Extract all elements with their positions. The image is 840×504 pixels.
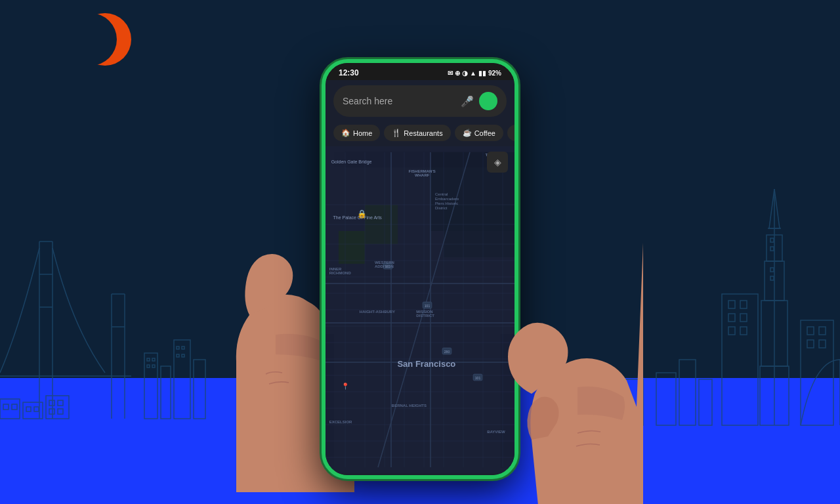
svg-rect-31 — [49, 409, 54, 414]
maps-dot — [479, 92, 497, 110]
svg-rect-17 — [152, 365, 155, 368]
chip-coffee[interactable]: ☕ Coffee — [455, 125, 503, 141]
layer-icon: ◈ — [494, 157, 501, 167]
svg-rect-46 — [740, 301, 747, 308]
svg-rect-28 — [34, 407, 39, 411]
svg-rect-40 — [770, 238, 774, 242]
svg-rect-45 — [728, 301, 735, 308]
svg-rect-51 — [801, 320, 833, 425]
label-san-francisco: San Francisco — [397, 359, 455, 369]
svg-rect-50 — [740, 327, 747, 335]
svg-rect-53 — [819, 327, 826, 335]
label-haight: HAIGHT-ASHBURY — [360, 310, 395, 314]
svg-rect-41 — [770, 247, 774, 251]
svg-rect-56 — [656, 373, 676, 425]
svg-rect-43 — [770, 276, 774, 280]
brightness-icon: ◑ — [462, 70, 468, 77]
email-icon: ✉ — [448, 70, 453, 77]
svg-rect-25 — [3, 404, 9, 410]
svg-rect-24 — [46, 396, 69, 419]
svg-text:101: 101 — [425, 304, 430, 308]
label-golden-gate: Golden Gate Bridge — [331, 159, 372, 164]
phone-scene: 12:30 ✉ ⊕ ◑ ▲ ▮▮ 92% Search here 🎤 — [249, 20, 591, 492]
search-placeholder: Search here — [343, 96, 455, 106]
label-fishermans-wharf: FISHERMAN'SWHARF — [409, 169, 436, 177]
label-embarcadero: CentralEmbarcaderoPiers HistoricDistrict — [435, 192, 459, 211]
chip-home-label: Home — [353, 129, 372, 137]
svg-rect-52 — [807, 327, 814, 335]
svg-rect-58 — [699, 379, 712, 425]
hand-right — [499, 243, 643, 504]
battery-level: 92% — [488, 70, 501, 77]
phone-screen: 12:30 ✉ ⊕ ◑ ▲ ▮▮ 92% Search here 🎤 — [326, 63, 514, 475]
svg-rect-10 — [144, 353, 158, 419]
chip-coffee-label: Coffee — [474, 129, 495, 137]
svg-rect-26 — [12, 404, 17, 410]
label-inner-richmond: INNERRICHMOND — [329, 267, 351, 275]
svg-rect-11 — [161, 366, 171, 419]
map-area[interactable]: 101 101 280 101 🔒 📍 Golden Gate Bridge T… — [326, 146, 514, 473]
svg-rect-30 — [58, 400, 63, 406]
label-excelsior: EXCELSIOR — [329, 420, 352, 424]
moon-shape — [79, 13, 131, 66]
status-bar: 12:30 ✉ ⊕ ◑ ▲ ▮▮ 92% — [326, 63, 514, 80]
svg-rect-32 — [58, 409, 63, 414]
svg-rect-14 — [147, 358, 150, 361]
svg-text:101: 101 — [475, 376, 481, 380]
signal-icon: ▮▮ — [478, 70, 486, 77]
chip-restaurants[interactable]: 🍴 Restaurants — [384, 125, 450, 141]
svg-rect-63 — [339, 231, 365, 264]
svg-rect-21 — [182, 354, 184, 357]
search-bar[interactable]: Search here 🎤 — [333, 85, 507, 117]
svg-rect-47 — [728, 314, 735, 322]
svg-rect-54 — [807, 340, 814, 348]
label-palace: The Palace Of Fine Arts — [333, 215, 382, 220]
svg-rect-57 — [679, 360, 696, 425]
svg-rect-15 — [152, 358, 155, 361]
svg-rect-49 — [728, 327, 735, 335]
svg-rect-27 — [26, 407, 31, 411]
svg-rect-20 — [177, 354, 179, 357]
label-mission: MISSIONDISTRICT — [416, 310, 434, 318]
label-western-addition: WESTERNADDITION — [375, 261, 394, 268]
svg-rect-12 — [174, 340, 190, 419]
chip-bars[interactable]: 🍸 B — [507, 125, 514, 141]
svg-rect-13 — [194, 360, 205, 419]
phone-device: 12:30 ✉ ⊕ ◑ ▲ ▮▮ 92% Search here 🎤 — [322, 59, 518, 479]
svg-rect-16 — [147, 365, 150, 368]
status-time: 12:30 — [339, 68, 359, 77]
svg-rect-42 — [770, 268, 774, 272]
svg-text:280: 280 — [444, 350, 450, 354]
chip-home[interactable]: 🏠 Home — [333, 125, 380, 141]
coffee-icon: ☕ — [463, 129, 472, 137]
svg-rect-29 — [49, 400, 54, 406]
mic-icon[interactable]: 🎤 — [461, 95, 474, 108]
restaurant-icon: 🍴 — [392, 129, 401, 137]
svg-rect-18 — [177, 346, 179, 349]
location-icon: ⊕ — [455, 70, 460, 77]
skyline-left — [0, 209, 210, 438]
label-bernal: BERNAL HEIGHTS — [392, 404, 427, 408]
svg-rect-55 — [819, 340, 826, 348]
home-icon: 🏠 — [341, 129, 350, 137]
chip-restaurants-label: Restaurants — [404, 129, 442, 137]
wifi-icon: ▲ — [470, 70, 476, 77]
category-chips: 🏠 Home 🍴 Restaurants ☕ Coffee 🍸 B — [326, 122, 514, 146]
layer-button[interactable]: ◈ — [487, 152, 508, 173]
moon-decoration — [79, 13, 131, 66]
svg-rect-19 — [182, 346, 184, 349]
status-icons: ✉ ⊕ ◑ ▲ ▮▮ 92% — [448, 70, 501, 77]
svg-rect-48 — [740, 314, 747, 322]
svg-text:📍: 📍 — [341, 382, 350, 390]
